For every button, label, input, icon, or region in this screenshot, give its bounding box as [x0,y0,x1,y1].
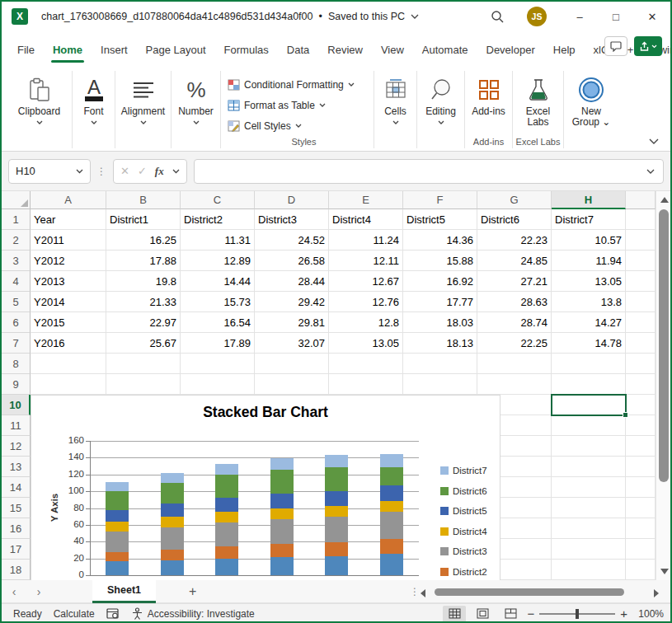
cell-G1[interactable]: District6 [477,209,552,230]
select-all-corner[interactable] [2,191,31,209]
excel-labs-group[interactable]: Excel Labs Excel Labs [513,71,564,148]
collapse-ribbon-icon[interactable] [649,138,659,144]
cell-B2[interactable]: 16.25 [106,230,181,251]
cell-D3[interactable]: 26.58 [255,251,329,271]
saved-status-chevron-icon[interactable] [411,14,419,19]
cell-F6[interactable]: 18.03 [403,312,477,333]
row-header-2[interactable]: 2 [2,230,31,251]
search-icon[interactable] [491,10,504,23]
cell-H13[interactable] [552,457,626,477]
cell-A7[interactable]: Y2016 [31,333,106,354]
row-header-6[interactable]: 6 [2,312,31,333]
cell-H18[interactable] [552,560,626,580]
cell-A5[interactable]: Y2014 [31,292,106,312]
cell-H6[interactable]: 14.27 [552,312,626,333]
close-button[interactable]: ✕ [634,2,670,31]
cell-H3[interactable]: 11.94 [552,251,626,271]
row-header-9[interactable]: 9 [2,374,31,395]
font-group[interactable]: A Font [73,71,115,148]
clipboard-group[interactable]: Clipboard [7,71,73,148]
formula-input[interactable] [194,159,664,184]
scroll-right-arrow-icon[interactable] [654,589,659,597]
row-header-11[interactable]: 11 [2,415,31,436]
cell-G2[interactable]: 22.23 [477,230,552,251]
chart-object[interactable]: Stacked Bar Chart Y Axis 020406080100120… [31,395,500,580]
cell-D9[interactable] [255,374,329,395]
cell-B7[interactable]: 25.67 [106,333,181,354]
row-header-7[interactable]: 7 [2,333,31,354]
cell-E3[interactable]: 12.11 [329,251,403,271]
cell-B1[interactable]: District1 [106,209,181,230]
formula-bar-expand-icon[interactable] [646,169,655,174]
row-header-5[interactable]: 5 [2,292,31,312]
cell-F4[interactable]: 16.92 [403,271,477,292]
row-header-15[interactable]: 15 [2,498,31,518]
ribbon-tab-automate[interactable]: Automate [413,39,477,61]
legend-item-District4[interactable]: District4 [440,527,487,536]
legend-item-District7[interactable]: District7 [440,466,487,475]
cell-C7[interactable]: 17.89 [181,333,255,354]
status-mode[interactable]: Ready [13,608,42,620]
scroll-down-arrow-icon[interactable] [660,569,669,574]
cell-A2[interactable]: Y2011 [31,230,106,251]
cell-E4[interactable]: 12.67 [329,271,403,292]
cell-A8[interactable] [31,354,106,374]
ribbon-tab-file[interactable]: File [8,39,44,61]
minimize-button[interactable]: – [562,2,598,31]
row-header-10[interactable]: 10 [2,395,31,415]
cell-C3[interactable]: 12.89 [181,251,255,271]
cell-E1[interactable]: District4 [329,209,403,230]
saved-status[interactable]: Saved to this PC [328,11,405,22]
scroll-left-arrow-icon[interactable] [421,589,425,597]
cell-H1[interactable]: District7 [552,209,626,230]
new-group[interactable]: New Group ⌄ [564,71,618,148]
cell-F2[interactable]: 14.36 [403,230,477,251]
cell-H17[interactable] [552,539,626,560]
cell-F8[interactable] [403,354,477,374]
cell-B5[interactable]: 21.33 [106,292,181,312]
column-header-C[interactable]: C [181,191,255,209]
row-header-8[interactable]: 8 [2,354,31,374]
insert-function-button[interactable]: fx [155,165,164,178]
column-header-F[interactable]: F [403,191,477,209]
cell-H7[interactable]: 14.78 [552,333,626,354]
ribbon-tab-view[interactable]: View [372,39,413,61]
cell-D1[interactable]: District3 [255,209,329,230]
cell-D8[interactable] [255,354,329,374]
macro-record-button[interactable] [106,608,120,620]
row-header-3[interactable]: 3 [2,251,31,271]
zoom-slider-handle[interactable] [576,609,579,619]
cell-D2[interactable]: 24.52 [255,230,329,251]
cell-G8[interactable] [477,354,552,374]
maximize-button[interactable]: □ [598,2,634,31]
ribbon-tab-developer[interactable]: Developer [477,39,544,61]
next-sheet-icon[interactable]: › [26,585,51,598]
fx-chevron-icon[interactable] [172,169,180,174]
cell-H8[interactable] [552,354,626,374]
cell-C1[interactable]: District2 [181,209,255,230]
fill-handle[interactable] [623,412,628,418]
ribbon-tab-help[interactable]: Help [544,39,585,61]
row-header-14[interactable]: 14 [2,477,31,498]
cell-E5[interactable]: 12.76 [329,292,403,312]
cell-H16[interactable] [552,518,626,539]
cell-F7[interactable]: 18.13 [403,333,477,354]
cell-G3[interactable]: 24.85 [477,251,552,271]
name-box[interactable]: H10 [8,159,91,184]
cell-H5[interactable]: 13.8 [552,292,626,312]
cell-A3[interactable]: Y2012 [31,251,106,271]
cell-D7[interactable]: 32.07 [255,333,329,354]
editing-group[interactable]: Editing [417,71,465,148]
cell-C8[interactable] [181,354,255,374]
column-header-D[interactable]: D [255,191,329,209]
legend-item-District3[interactable]: District3 [440,546,487,556]
prev-sheet-icon[interactable]: ‹ [2,585,26,598]
ribbon-tab-review[interactable]: Review [318,39,372,61]
cell-E6[interactable]: 12.8 [329,312,403,333]
normal-view-button[interactable] [443,606,466,622]
cell-F3[interactable]: 15.88 [403,251,477,271]
cell-B8[interactable] [106,354,181,374]
cell-H14[interactable] [552,477,626,498]
vertical-scrollbar[interactable] [656,191,672,580]
legend-item-District2[interactable]: District2 [440,567,487,577]
